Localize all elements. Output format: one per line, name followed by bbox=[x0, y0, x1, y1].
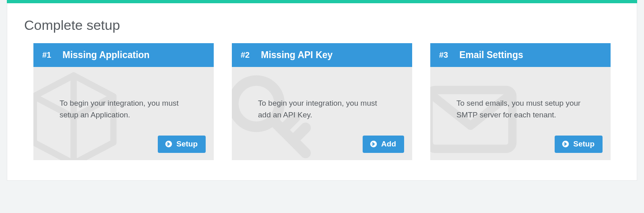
card-header: #3 Email Settings bbox=[430, 43, 611, 67]
card-footer: Add bbox=[232, 132, 412, 160]
setup-application-button[interactable]: Setup bbox=[158, 136, 206, 153]
panel-top-accent bbox=[7, 0, 637, 3]
card-header: #1 Missing Application bbox=[33, 43, 214, 67]
card-description: To begin your integration, you must setu… bbox=[60, 97, 192, 123]
setup-card-application: #1 Missing Application To begin your int… bbox=[33, 43, 214, 160]
card-step-number: #3 bbox=[439, 50, 448, 60]
button-label: Setup bbox=[573, 140, 594, 148]
card-step-number: #1 bbox=[42, 50, 51, 60]
setup-cards-row: #1 Missing Application To begin your int… bbox=[23, 43, 621, 160]
card-title: Email Settings bbox=[459, 50, 523, 61]
card-description: To send emails, you must setup your SMTP… bbox=[456, 97, 588, 123]
arrow-right-icon bbox=[562, 140, 569, 148]
button-label: Setup bbox=[176, 140, 198, 148]
setup-email-button[interactable]: Setup bbox=[555, 136, 603, 153]
card-title: Missing Application bbox=[62, 50, 149, 61]
setup-card-api-key: #2 Missing API Key To begin your integra… bbox=[232, 43, 412, 160]
setup-panel: Complete setup #1 Missing Application To… bbox=[7, 3, 637, 181]
arrow-right-icon bbox=[370, 140, 377, 148]
card-footer: Setup bbox=[33, 132, 214, 160]
setup-card-email-settings: #3 Email Settings To send emails, you mu… bbox=[430, 43, 611, 160]
card-footer: Setup bbox=[430, 132, 611, 160]
card-description: To begin your integration, you must add … bbox=[258, 97, 390, 123]
add-api-key-button[interactable]: Add bbox=[363, 136, 404, 153]
card-body: To send emails, you must setup your SMTP… bbox=[430, 67, 611, 132]
card-step-number: #2 bbox=[241, 50, 250, 60]
card-header: #2 Missing API Key bbox=[232, 43, 412, 67]
page-title: Complete setup bbox=[24, 17, 621, 33]
card-title: Missing API Key bbox=[261, 50, 332, 61]
card-body: To begin your integration, you must setu… bbox=[33, 67, 214, 132]
arrow-right-icon bbox=[165, 140, 172, 148]
button-label: Add bbox=[381, 140, 396, 148]
card-body: To begin your integration, you must add … bbox=[232, 67, 412, 132]
